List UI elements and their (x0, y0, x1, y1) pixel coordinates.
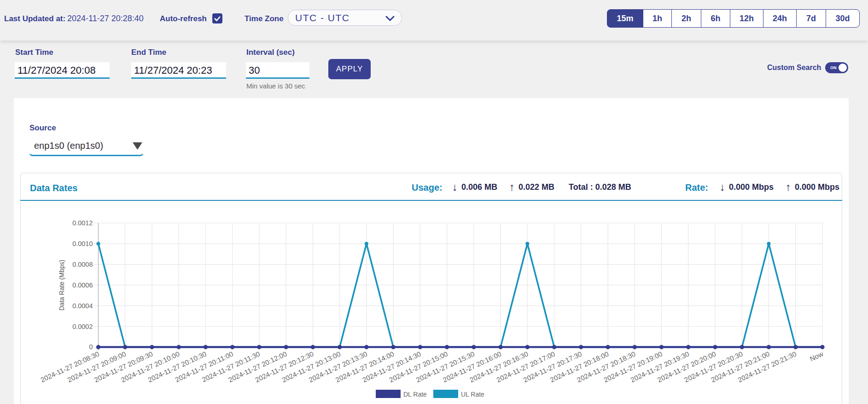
svg-text:Now: Now (809, 350, 825, 363)
svg-text:0.0006: 0.0006 (72, 281, 93, 289)
svg-text:0.0012: 0.0012 (72, 219, 93, 227)
svg-text:0.0002: 0.0002 (72, 323, 93, 330)
svg-text:DL Rate: DL Rate (403, 391, 427, 398)
svg-text:0.0008: 0.0008 (72, 261, 93, 268)
svg-text:UL Rate: UL Rate (461, 391, 484, 398)
svg-text:0: 0 (89, 343, 93, 351)
svg-text:0.0010: 0.0010 (72, 240, 93, 247)
svg-text:Data Rate (Mbps): Data Rate (Mbps) (58, 260, 65, 310)
svg-text:0.0004: 0.0004 (72, 302, 93, 310)
